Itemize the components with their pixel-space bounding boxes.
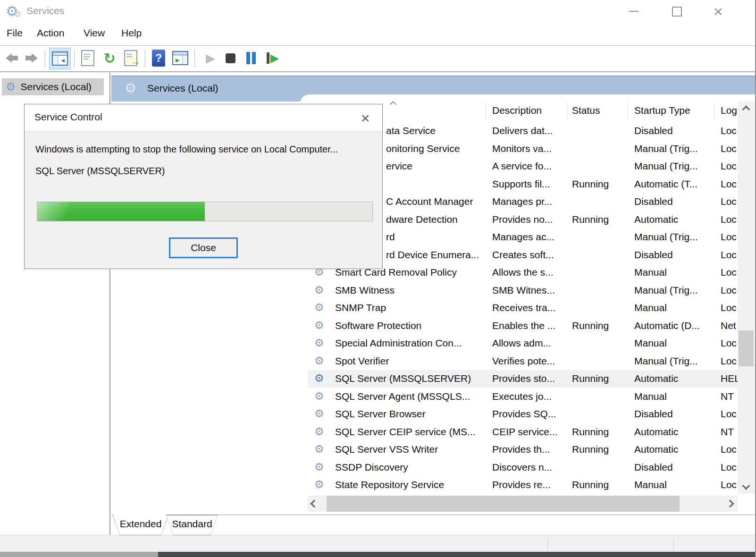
- service-description-cell: Enables the ...: [492, 320, 555, 331]
- service-name-cell: ervice: [386, 160, 412, 172]
- service-gear-icon: ⚙: [314, 478, 324, 490]
- toolbar-separator: [194, 50, 195, 68]
- menu-help[interactable]: Help: [121, 27, 142, 39]
- service-logon-cell: NT: [721, 391, 734, 402]
- service-startup-cell: Automatic: [634, 214, 678, 225]
- service-logon-cell: NT: [721, 426, 734, 438]
- service-description-cell: Manages pr...: [492, 196, 552, 207]
- dialog-close-button[interactable]: ×: [356, 106, 375, 130]
- service-logon-cell: Loc: [721, 214, 737, 225]
- service-startup-cell: Manual: [634, 267, 667, 278]
- service-gear-icon: ⚙: [314, 319, 324, 331]
- service-description-cell: Delivers dat...: [492, 125, 553, 136]
- restart-icon: ▶: [267, 51, 279, 65]
- toolbar: ◄ ↻ → ? ▶ ▶ ▶: [0, 46, 755, 72]
- service-description-cell: Provides SQ...: [492, 408, 556, 420]
- tab-extended[interactable]: Extended: [112, 515, 169, 535]
- forward-icon: [25, 53, 38, 63]
- service-logon-cell: HEL: [721, 373, 738, 384]
- vertical-scrollbar[interactable]: [738, 101, 755, 494]
- stop-service-button[interactable]: [222, 48, 239, 68]
- service-gear-icon: ⚙: [314, 425, 324, 438]
- export-list-button[interactable]: →: [121, 48, 141, 68]
- close-button[interactable]: ×: [703, 0, 733, 23]
- service-description-cell: Allows the s...: [492, 267, 554, 278]
- menu-view[interactable]: View: [84, 27, 105, 39]
- chevron-left-icon: [311, 500, 319, 508]
- service-name-cell: SQL Server Browser: [335, 408, 426, 420]
- service-logon-cell: Loc: [721, 231, 737, 243]
- service-row[interactable]: ⚙ State Repository Service Provides re..…: [308, 476, 738, 494]
- progress-bar: [37, 202, 373, 221]
- service-logon-cell: Net: [721, 320, 736, 331]
- service-description-cell: A service fo...: [492, 160, 552, 172]
- column-divider[interactable]: [486, 102, 487, 121]
- service-row[interactable]: ⚙ Software Protection Enables the ... Ru…: [308, 317, 738, 335]
- service-name-cell: State Repository Service: [335, 479, 444, 490]
- properties-icon: [81, 50, 94, 66]
- service-row[interactable]: ⚙ SQL Server Agent (MSSQLS... Executes j…: [308, 388, 738, 405]
- service-name-cell: rd: [386, 231, 395, 243]
- column-divider[interactable]: [567, 102, 567, 121]
- service-description-cell: Provides no...: [492, 214, 553, 225]
- column-header-description[interactable]: Description: [492, 105, 542, 116]
- service-logon-cell: Loc: [721, 285, 737, 296]
- column-header-log-on-as[interactable]: Log: [721, 105, 737, 116]
- service-startup-cell: Manual (Trig...: [634, 231, 698, 243]
- service-name-cell: SQL Server CEIP service (MS...: [335, 426, 476, 438]
- show-hide-console-tree-button[interactable]: ◄: [49, 48, 71, 69]
- service-row[interactable]: ⚙ SSDP Discovery Discovers n... Disabled…: [308, 459, 738, 476]
- service-name-cell: SMB Witness: [335, 285, 395, 296]
- scroll-left-button[interactable]: [306, 496, 323, 512]
- forward-button[interactable]: [23, 48, 41, 68]
- refresh-icon: ↻: [103, 50, 115, 67]
- service-row[interactable]: ⚙ Spot Verifier Verifies pote... Manual …: [308, 353, 738, 370]
- column-header-startup-type[interactable]: Startup Type: [634, 105, 690, 116]
- column-header-status[interactable]: Status: [572, 105, 600, 116]
- vertical-scroll-thumb[interactable]: [739, 330, 754, 366]
- menu-file[interactable]: File: [7, 27, 23, 39]
- menu-action[interactable]: Action: [37, 27, 64, 39]
- scroll-right-button[interactable]: [722, 496, 739, 512]
- progress-bar-fill: [37, 202, 205, 221]
- service-row[interactable]: ⚙ SQL Server (MSSQLSERVER) Provides sto.…: [308, 370, 738, 388]
- close-icon: ×: [714, 7, 723, 16]
- service-row[interactable]: ⚙ SNMP Trap Receives tra... Manual Loc: [308, 299, 738, 317]
- dialog-title: Service Control: [34, 111, 102, 123]
- scroll-up-button[interactable]: [738, 101, 755, 118]
- tree-item-label: Services (Local): [21, 81, 92, 93]
- service-row[interactable]: ⚙ SQL Server Browser Provides SQ... Disa…: [308, 405, 738, 423]
- refresh-button[interactable]: ↻: [100, 48, 119, 68]
- service-name-cell: SQL Server VSS Writer: [335, 444, 438, 455]
- tab-standard[interactable]: Standard: [166, 515, 218, 535]
- start-service-button[interactable]: ▶: [202, 48, 219, 68]
- service-description-cell: Manages ac...: [492, 231, 554, 243]
- help-button[interactable]: ?: [149, 48, 168, 68]
- restart-service-button[interactable]: ▶: [262, 48, 283, 68]
- pause-service-button[interactable]: [242, 48, 260, 68]
- scroll-down-button[interactable]: [738, 478, 755, 494]
- service-logon-cell: Loc: [721, 249, 737, 261]
- properties-button[interactable]: [78, 48, 97, 68]
- service-row[interactable]: ⚙ Special Administration Con... Allows a…: [308, 335, 738, 352]
- service-row[interactable]: ⚙ SMB Witness SMB Witnes... Manual (Trig…: [308, 282, 738, 299]
- service-name-cell: SQL Server (MSSQLSERVER): [335, 373, 471, 384]
- horizontal-scrollbar[interactable]: [308, 496, 738, 512]
- service-row[interactable]: ⚙ SQL Server CEIP service (MS... CEIP se…: [308, 423, 738, 441]
- minimize-button[interactable]: [619, 0, 649, 23]
- tab-standard-label: Standard: [166, 518, 218, 530]
- column-divider[interactable]: [714, 102, 714, 121]
- service-logon-cell: Loc: [721, 408, 737, 420]
- dialog-close-action-button[interactable]: Close: [169, 237, 238, 258]
- show-hide-action-pane-button[interactable]: ▶: [170, 48, 191, 68]
- maximize-button[interactable]: [662, 0, 692, 23]
- horizontal-scroll-thumb[interactable]: [327, 496, 680, 512]
- service-status-cell: Running: [572, 444, 609, 455]
- back-button[interactable]: [3, 48, 21, 68]
- close-icon: ×: [361, 110, 370, 127]
- tree-item-services-local[interactable]: ⚙ Services (Local): [2, 78, 104, 95]
- column-divider[interactable]: [627, 102, 628, 121]
- service-gear-icon: ⚙: [314, 390, 324, 402]
- service-row[interactable]: ⚙ SQL Server VSS Writer Provides th... R…: [308, 441, 738, 458]
- service-startup-cell: Disabled: [634, 462, 673, 473]
